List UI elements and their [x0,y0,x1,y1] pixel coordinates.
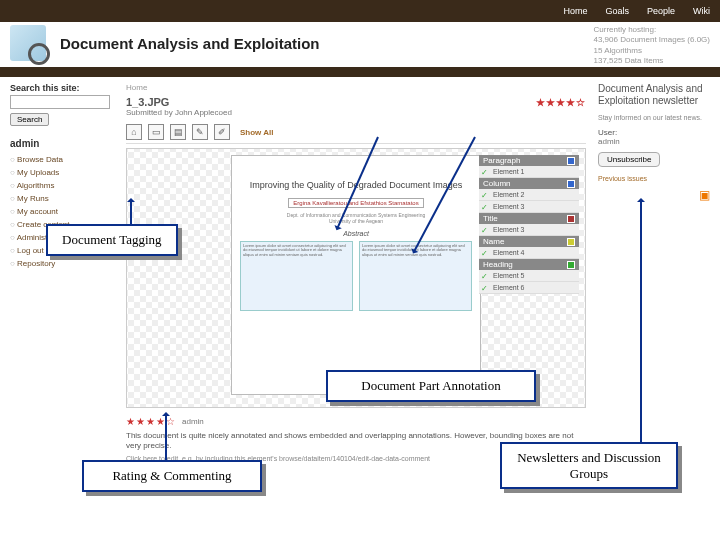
edit-icon[interactable]: ✐ [214,124,230,140]
nav-wiki[interactable]: Wiki [693,6,710,16]
left-sidebar: Search this site: Search admin Browse Da… [10,77,120,497]
shape-icon[interactable]: ▭ [148,124,164,140]
nav-people[interactable]: People [647,6,675,16]
newsletter-sub: Stay informed on our latest news. [598,113,710,122]
comment-rating-stars[interactable]: ★★★★☆ [126,416,176,427]
callout-rating-commenting: Rating & Commenting [82,460,262,492]
arrow-icon [640,200,642,444]
annot-group-heading[interactable]: Heading [479,259,579,270]
comment-author: admin [182,417,204,426]
highlight-icon[interactable]: ▤ [170,124,186,140]
annot-item[interactable]: Element 5 [479,270,579,282]
nav-my-runs[interactable]: My Runs [10,192,120,205]
user-label: User: [598,128,710,137]
annot-item[interactable]: Element 3 [479,201,579,213]
nav-my-uploads[interactable]: My Uploads [10,166,120,179]
annot-group-name[interactable]: Name [479,236,579,247]
unsubscribe-button[interactable]: Unsubscribe [598,152,660,167]
hosting-stats: Currently hosting: 43,906 Document Image… [593,25,710,67]
annotation-toolbar: ⌂ ▭ ▤ ✎ ✐ Show All [126,121,586,144]
annot-item[interactable]: Element 3 [479,224,579,236]
show-all-link[interactable]: Show All [240,128,273,137]
nav-my-account[interactable]: My account [10,205,120,218]
breadcrumb[interactable]: Home [126,83,586,92]
abstract-heading: Abstract [240,230,472,237]
top-nav: Home Goals People Wiki [0,0,720,22]
callout-newsletters: Newsletters and Discussion Groups [500,442,678,489]
newsletter-title: Document Analysis and Exploitation newsl… [598,83,710,107]
arrow-icon [165,414,167,460]
abstract-col-left: Lorem ipsum dolor sit amet consectetur a… [240,241,353,311]
nav-browse-data[interactable]: Browse Data [10,153,120,166]
user-name: admin [598,137,710,146]
divider-bar [0,67,720,77]
site-title: Document Analysis and Exploitation [60,35,319,52]
annotation-panel: ParagraphElement 1ColumnElement 2Element… [479,155,579,294]
nav-algorithms[interactable]: Algorithms [10,179,120,192]
annot-group-column[interactable]: Column [479,178,579,189]
callout-document-tagging: Document Tagging [46,224,178,256]
nav-repository[interactable]: Repository [10,257,120,270]
main-content: Home 1_3.JPG ★★★★☆ Submitted by John App… [120,77,590,497]
tag-icon[interactable]: ⌂ [126,124,142,140]
annot-group-title[interactable]: Title [479,213,579,224]
document-page: Improving the Quality of Degraded Docume… [231,155,481,395]
paper-authors: Ergina Kavallieratou and Efstathios Stam… [288,198,423,208]
search-input[interactable] [10,95,110,109]
callout-part-annotation: Document Part Annotation [326,370,536,402]
document-title: 1_3.JPG [126,96,169,108]
logo-icon [10,25,46,61]
submitter: Submitted by John Applecoed [126,108,586,117]
nav-home[interactable]: Home [563,6,587,16]
annot-group-paragraph[interactable]: Paragraph [479,155,579,166]
arrow-icon [130,200,132,224]
annot-item[interactable]: Element 6 [479,282,579,294]
rating-stars[interactable]: ★★★★☆ [536,97,586,108]
annot-item[interactable]: Element 4 [479,247,579,259]
rss-icon[interactable]: ▣ [699,188,710,202]
annot-item[interactable]: Element 2 [479,189,579,201]
paper-affiliation: Dept. of Information and Communication S… [240,212,472,224]
search-label: Search this site: [10,83,120,93]
previous-issues-link[interactable]: Previous issues [598,175,710,182]
annot-item[interactable]: Element 1 [479,166,579,178]
nav-goals[interactable]: Goals [605,6,629,16]
note-icon[interactable]: ✎ [192,124,208,140]
search-button[interactable]: Search [10,113,49,126]
site-header: Document Analysis and Exploitation Curre… [0,22,720,67]
admin-heading: admin [10,138,120,149]
right-sidebar: Document Analysis and Exploitation newsl… [590,77,710,497]
